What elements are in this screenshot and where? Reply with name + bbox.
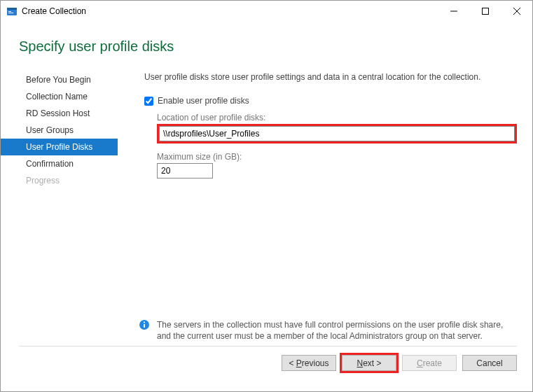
title-bar: Create Collection: [1, 1, 532, 22]
next-button[interactable]: Next >: [342, 355, 396, 371]
sidebar-item-rd-session-host[interactable]: RD Session Host: [1, 105, 118, 122]
svg-point-10: [144, 321, 145, 323]
wizard-main: User profile disks store user profile se…: [118, 67, 532, 346]
max-size-label: Maximum size (in GB):: [157, 152, 517, 162]
enable-upd-checkbox[interactable]: [144, 97, 153, 106]
maximize-button[interactable]: [469, 1, 501, 22]
window-title: Create Collection: [22, 6, 438, 16]
wizard-button-row: < Previous Next > Create Cancel: [1, 346, 532, 371]
info-icon: [139, 319, 150, 330]
cancel-button[interactable]: Cancel: [462, 355, 517, 371]
sidebar-item-before-you-begin[interactable]: Before You Begin: [1, 71, 118, 88]
enable-upd-row: Enable user profile disks: [144, 96, 517, 106]
sidebar-item-collection-name[interactable]: Collection Name: [1, 88, 118, 105]
location-label: Location of user profile disks:: [157, 113, 517, 122]
sidebar-item-confirmation[interactable]: Confirmation: [1, 155, 118, 172]
svg-rect-3: [8, 13, 13, 13]
create-button: Create: [402, 355, 457, 371]
svg-rect-9: [144, 324, 145, 328]
svg-rect-1: [7, 8, 17, 10]
previous-button[interactable]: < Previous: [282, 355, 336, 371]
sidebar-item-user-groups[interactable]: User Groups: [1, 122, 118, 139]
svg-rect-2: [8, 11, 11, 12]
page-title: Specify user profile disks: [19, 38, 532, 55]
max-size-input[interactable]: [157, 163, 213, 178]
location-input[interactable]: [159, 126, 515, 141]
svg-rect-5: [482, 8, 488, 15]
location-input-highlight: [157, 124, 517, 144]
info-text: The servers in the collection must have …: [157, 319, 517, 342]
sidebar-item-progress: Progress: [1, 172, 118, 189]
info-row: The servers in the collection must have …: [139, 319, 517, 342]
wizard-header: Specify user profile disks: [1, 22, 532, 67]
description-text: User profile disks store user profile se…: [144, 72, 517, 82]
app-icon: [6, 6, 18, 17]
enable-upd-label[interactable]: Enable user profile disks: [158, 96, 249, 106]
close-button[interactable]: [501, 1, 532, 22]
sidebar-item-user-profile-disks[interactable]: User Profile Disks: [1, 139, 118, 155]
wizard-sidebar: Before You Begin Collection Name RD Sess…: [1, 67, 118, 346]
window-controls: [438, 1, 532, 22]
minimize-button[interactable]: [438, 1, 469, 22]
